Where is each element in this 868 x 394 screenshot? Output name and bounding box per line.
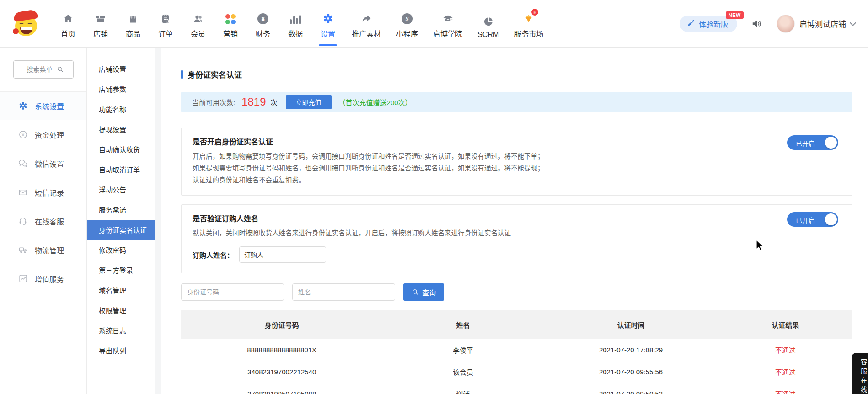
query-button-label: 查询 [422,288,436,297]
app-logo[interactable] [14,10,40,37]
submenu-item-auto-cancel[interactable]: 自动取消订单 [87,160,155,180]
nav-label: 店铺 [93,28,108,39]
logo-hat-ball [13,28,19,34]
logo-eye [19,23,24,26]
col-header-result: 认证结果 [718,320,852,330]
top-nav: 首页 店铺 商品 订单 [0,0,868,48]
submenu-item-system-log[interactable]: 系统日志 [87,321,155,341]
cell-name: 谢浦 [382,389,543,394]
section-desc-line: 如果提现需要填写身份证号码和姓名，也会调用接口判断身份证和姓名是否通过实名认证，… [193,162,841,174]
cell-result: 不通过 [718,345,852,355]
truck-icon [17,245,28,255]
sidebar-item-online-service[interactable]: 在线客服 [0,207,86,235]
submenu-item-shop-settings[interactable]: 店铺设置 [87,59,155,80]
toggle-label: 已开启 [796,215,815,224]
cell-name: 该会员 [382,367,543,377]
orderer-name-toggle[interactable]: 已开启 [787,212,838,227]
submenu-item-auto-confirm[interactable]: 自动确认收货 [87,140,155,160]
nav-item-settings[interactable]: 设置 [319,12,337,39]
nav-right-cluster: 体验新版 NEW 启博测试店铺 [680,15,855,33]
submenu-item-id-verification[interactable]: 身份证实名认证 [87,220,155,240]
orderer-name-input[interactable] [239,246,326,263]
nav-item-orders[interactable]: 订单 [157,12,174,39]
submenu-item-permission-management[interactable]: 权限管理 [87,301,155,321]
sidebar-item-label: 短信记录 [35,187,64,198]
nav-item-members[interactable]: 会员 [189,12,207,39]
cell-time: 2021-07-20 09:55:56 [544,368,718,376]
nav-label: 商品 [126,28,140,39]
table-row: 340823197002212540 该会员 2021-07-20 09:55:… [181,361,852,383]
sidebar-item-funds[interactable]: ¥ 资金处理 [0,120,86,149]
cell-result: 不通过 [718,389,852,394]
cell-id-number: 88888888888888801X [181,346,382,354]
chevron-down-icon [850,19,856,26]
diamond-icon: H [523,12,534,24]
sidebar-item-value-added[interactable]: 增值服务 [0,264,86,293]
page-title: 身份证实名认证 [181,69,852,80]
wechat-icon [17,159,28,168]
nav-item-miniprogram[interactable]: S 小程序 [396,12,418,39]
trend-chart-icon [17,274,28,283]
nav-item-scrm[interactable]: SCRM [477,15,499,39]
headset-icon [17,216,28,226]
miniprogram-icon: S [402,12,413,24]
store-icon [95,12,106,24]
nav-item-promo-material[interactable]: 推广素材 [352,12,381,39]
logo-teeth [21,27,32,30]
members-icon [193,12,204,24]
search-icon [412,288,419,296]
nav-item-data[interactable]: 数据 [287,12,304,39]
avatar [777,15,795,33]
submenu-item-service-promise[interactable]: 服务承诺 [87,200,155,220]
nav-item-marketing[interactable]: 营销 [222,12,239,39]
table-row: 88888888888888801X 李俊平 2021-07-20 17:08:… [181,339,852,361]
nav-item-finance[interactable]: ¥ 财务 [254,12,272,39]
quota-unit: 次 [271,97,278,107]
page-title-text: 身份证实名认证 [188,69,242,80]
nav-label: 服务市场 [514,28,543,39]
submenu-item-floating-notice[interactable]: 浮动公告 [87,180,155,200]
home-icon [63,12,74,24]
submenu-item-domain-management[interactable]: 域名管理 [87,281,155,301]
shop-name: 启博测试店铺 [799,18,846,29]
submenu-item-feature-names[interactable]: 功能名称 [87,100,155,120]
submenu-item-third-party-login[interactable]: 第三方登录 [87,261,155,281]
sidebar-item-label: 微信设置 [35,158,64,169]
nav-label: 首页 [61,28,75,39]
submenu-item-withdraw-settings[interactable]: 提现设置 [87,120,155,140]
account-menu[interactable]: 启博测试店铺 [777,15,855,33]
id-number-input[interactable] [181,283,284,301]
try-new-version-button[interactable]: 体验新版 NEW [680,16,737,32]
submenu-item-export-queue[interactable]: 导出队列 [87,341,155,361]
nav-item-goods[interactable]: 商品 [124,12,142,39]
quota-banner: 当前可用次数: 1819 次 立即充值 （首次充值赠送200次） [181,92,852,112]
submenu-item-shop-params[interactable]: 店铺参数 [87,80,155,100]
sidebar-item-wechat[interactable]: 微信设置 [0,149,86,178]
cell-id-number: 370829199507105988 [181,390,382,394]
nav-item-home[interactable]: 首页 [59,12,77,39]
toggle-knob [825,137,837,149]
nav-item-service-market[interactable]: H 服务市场 [514,12,543,39]
query-button[interactable]: 查询 [403,283,444,301]
nav-label: 订单 [158,28,173,39]
nav-item-academy[interactable]: 启博学院 [433,12,462,39]
sidebar-item-logistics[interactable]: 物流管理 [0,235,86,264]
nav-label: SCRM [477,31,499,39]
col-header-time: 认证时间 [544,320,718,330]
col-header-name: 姓名 [382,320,543,330]
nav-label: 推广素材 [352,28,381,39]
sidebar-item-sms[interactable]: 短信记录 [0,178,86,207]
menu-search-input[interactable] [13,60,74,79]
nav-label: 会员 [191,28,205,39]
sidebar-item-system-settings[interactable]: 系统设置 [0,91,86,120]
section-desc-line: 认证过的身份证和姓名不会重复扣费。 [193,174,841,186]
id-auth-toggle[interactable]: 已开启 [787,135,838,150]
search-icon [57,66,64,73]
name-input[interactable] [292,283,395,301]
customer-service-badge[interactable]: 客服在线 [852,353,868,394]
submenu-item-change-password[interactable]: 修改密码 [87,240,155,261]
speaker-icon[interactable] [751,18,763,30]
recharge-button[interactable]: 立即充值 [286,95,332,109]
nav-item-store[interactable]: 店铺 [92,12,109,39]
primary-sidebar: 系统设置 ¥ 资金处理 微信设置 短信记录 [0,48,87,394]
